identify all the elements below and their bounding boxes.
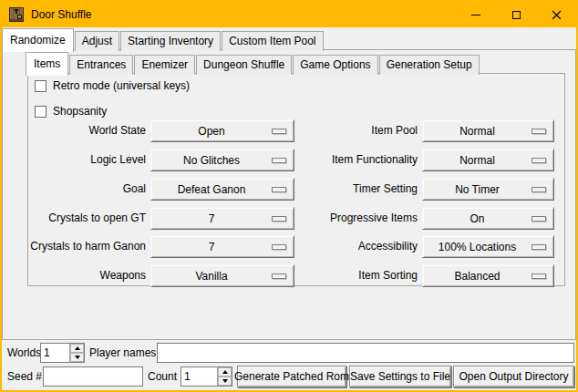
tab-adjust[interactable]: Adjust xyxy=(75,31,119,51)
tab-items[interactable]: Items xyxy=(26,52,68,76)
item-functionality-dropdown[interactable]: Normal xyxy=(422,149,554,171)
dropdown-indicator-icon xyxy=(532,158,546,163)
accessibility-dropdown[interactable]: 100% Locations xyxy=(422,235,554,258)
title-bar[interactable]: Door Shuffle xyxy=(2,2,576,27)
tab-dungeon-shuffle[interactable]: Dungeon Shuffle xyxy=(196,55,292,75)
player-names-input[interactable] xyxy=(157,343,574,363)
item-pool-value: Normal xyxy=(423,125,532,138)
dropdown-indicator-icon xyxy=(532,244,546,250)
tab-custom-item-pool[interactable]: Custom Item Pool xyxy=(222,31,323,51)
window-title: Door Shuffle xyxy=(31,8,92,21)
count-spin-down-button[interactable] xyxy=(218,377,232,386)
window-controls xyxy=(456,2,576,27)
arrow-up-icon xyxy=(75,346,80,350)
door-shuffle-window: Door Shuffle Randomize Adjust Starting I… xyxy=(0,0,578,392)
item-functionality-value: Normal xyxy=(423,154,532,167)
worlds-spinner-arrows xyxy=(69,344,84,362)
save-settings-button[interactable]: Save Settings to File xyxy=(349,366,451,387)
item-pool-dropdown[interactable]: Normal xyxy=(422,119,554,142)
weapons-label: Weapons xyxy=(20,264,146,287)
tab-enemizer[interactable]: Enemizer xyxy=(134,55,195,75)
seed-label: Seed # xyxy=(7,366,42,387)
accessibility-value: 100% Locations xyxy=(423,241,532,253)
worlds-input[interactable] xyxy=(41,344,69,362)
progressive-items-value: On xyxy=(423,212,532,225)
worlds-spinner[interactable] xyxy=(40,343,85,363)
tab-entrances[interactable]: Entrances xyxy=(69,55,133,75)
logic-level-dropdown[interactable]: No Glitches xyxy=(150,149,294,171)
shopsanity-checkbox[interactable] xyxy=(35,106,46,118)
dropdown-indicator-icon xyxy=(272,129,286,134)
item-sorting-value: Balanced xyxy=(423,270,532,283)
count-spinner[interactable] xyxy=(181,366,232,387)
maximize-icon xyxy=(512,11,521,19)
crystals-harm-ganon-dropdown[interactable]: 7 xyxy=(150,235,294,258)
dropdown-indicator-icon xyxy=(272,216,286,222)
tab-generation-setup[interactable]: Generation Setup xyxy=(379,55,480,75)
world-state-dropdown[interactable]: Open xyxy=(150,119,294,142)
main-tab-bar: Randomize Adjust Starting Inventory Cust… xyxy=(2,29,325,51)
timer-setting-label: Timer Setting xyxy=(294,178,418,201)
sub-tab-bar: Items Entrances Enemizer Dungeon Shuffle… xyxy=(26,53,480,75)
dropdown-indicator-icon xyxy=(532,216,546,222)
progressive-items-dropdown[interactable]: On xyxy=(422,207,554,230)
crystals-open-gt-label: Crystals to open GT xyxy=(20,207,146,230)
crystals-harm-ganon-value: 7 xyxy=(151,241,272,253)
count-spinner-arrows xyxy=(217,367,232,386)
dropdown-indicator-icon xyxy=(532,273,546,279)
tab-game-options[interactable]: Game Options xyxy=(293,55,377,75)
logic-level-value: No Glitches xyxy=(151,154,272,167)
seed-input[interactable] xyxy=(43,366,143,387)
arrow-up-icon xyxy=(222,370,228,374)
arrow-down-icon xyxy=(75,356,80,359)
dropdown-indicator-icon xyxy=(532,187,546,192)
retro-mode-checkbox-row[interactable]: Retro mode (universal keys) xyxy=(35,77,190,95)
door-app-icon xyxy=(9,7,24,22)
world-state-label: World State xyxy=(20,119,146,142)
weapons-value: Vanilla xyxy=(151,270,272,283)
timer-setting-dropdown[interactable]: No Timer xyxy=(422,178,554,201)
weapons-dropdown[interactable]: Vanilla xyxy=(150,264,294,287)
accessibility-label: Accessibility xyxy=(294,235,418,258)
tab-randomize[interactable]: Randomize xyxy=(2,28,74,52)
logic-level-label: Logic Level xyxy=(20,149,146,171)
worlds-spin-down-button[interactable] xyxy=(70,353,84,362)
retro-mode-label: Retro mode (universal keys) xyxy=(53,79,190,92)
worlds-label: Worlds xyxy=(7,343,41,363)
retro-mode-checkbox[interactable] xyxy=(35,80,46,92)
count-input[interactable] xyxy=(181,367,217,386)
goal-label: Goal xyxy=(20,178,146,201)
shopsanity-label: Shopsanity xyxy=(53,105,107,118)
crystals-harm-ganon-label: Crystals to harm Ganon xyxy=(20,235,146,258)
dropdown-indicator-icon xyxy=(272,244,286,250)
count-label: Count xyxy=(148,366,177,387)
minimize-button[interactable] xyxy=(456,2,496,27)
item-functionality-label: Item Functionality xyxy=(294,149,418,171)
maximize-button[interactable] xyxy=(496,2,536,27)
worlds-spin-up-button[interactable] xyxy=(70,344,84,353)
arrow-down-icon xyxy=(222,379,228,383)
timer-setting-value: No Timer xyxy=(423,183,532,196)
item-sorting-label: Item Sorting xyxy=(294,264,418,287)
close-icon xyxy=(552,10,562,20)
progressive-items-label: Progressive Items xyxy=(294,207,418,230)
count-spin-up-button[interactable] xyxy=(218,367,232,377)
item-sorting-dropdown[interactable]: Balanced xyxy=(422,264,554,287)
generate-patched-rom-button[interactable]: Generate Patched Rom xyxy=(237,366,346,387)
goal-dropdown[interactable]: Defeat Ganon xyxy=(150,178,294,201)
tab-starting-inventory[interactable]: Starting Inventory xyxy=(120,31,221,51)
close-button[interactable] xyxy=(536,2,576,27)
dropdown-indicator-icon xyxy=(272,187,286,192)
dropdown-indicator-icon xyxy=(272,273,286,279)
dropdown-indicator-icon xyxy=(272,158,286,163)
world-state-value: Open xyxy=(151,125,272,138)
crystals-open-gt-dropdown[interactable]: 7 xyxy=(150,207,294,230)
item-pool-label: Item Pool xyxy=(294,119,418,142)
goal-value: Defeat Ganon xyxy=(151,183,272,196)
open-output-directory-button[interactable]: Open Output Directory xyxy=(453,366,574,387)
dropdown-indicator-icon xyxy=(532,129,546,134)
shopsanity-checkbox-row[interactable]: Shopsanity xyxy=(35,102,107,120)
player-names-label: Player names xyxy=(89,343,156,363)
crystals-open-gt-value: 7 xyxy=(151,212,272,225)
minimize-icon xyxy=(471,15,480,15)
